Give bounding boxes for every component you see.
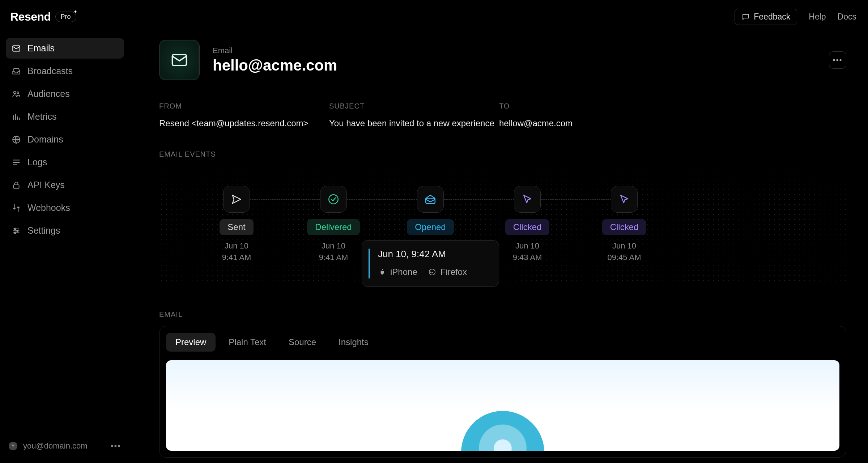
help-link[interactable]: Help	[809, 12, 826, 22]
sidebar-item-label: Logs	[27, 157, 47, 167]
subject-value: You have been invited to a new experienc…	[329, 118, 499, 128]
email-body-frame: PreviewPlain TextSourceInsights	[159, 326, 846, 458]
sidebar-item-label: Audiences	[27, 89, 70, 99]
sidebar-item-label: Broadcasts	[27, 66, 73, 76]
sidebar-item-domains[interactable]: Domains	[6, 129, 124, 150]
cursor-icon	[521, 193, 533, 205]
sidebar-item-webhooks[interactable]: Webhooks	[6, 197, 124, 218]
sidebar-item-broadcasts[interactable]: Broadcasts	[6, 61, 124, 81]
sliders-icon	[12, 226, 21, 235]
check-icon	[327, 193, 340, 205]
avatar[interactable]: Y	[9, 442, 17, 450]
event-time: Jun 1009:45 AM	[608, 240, 641, 263]
apple-icon	[378, 268, 386, 276]
cursor-icon	[618, 193, 630, 205]
email-preview-pane	[166, 360, 839, 451]
popover-time: Jun 10, 9:42 AM	[378, 249, 489, 260]
event-node	[611, 186, 638, 213]
sidebar-item-label: API Keys	[27, 180, 65, 190]
email-title: hello@acme.com	[213, 57, 337, 74]
email-hero-icon	[159, 40, 200, 80]
event-popover: Jun 10, 9:42 AM iPhone Firefox	[362, 240, 499, 287]
email-more-button[interactable]: •••	[829, 51, 846, 69]
lines-icon	[12, 158, 21, 167]
email-eyebrow: Email	[213, 46, 337, 55]
sidebar: Resend Pro EmailsBroadcastsAudiencesMetr…	[0, 0, 130, 463]
open-icon	[424, 193, 437, 205]
event-node	[417, 186, 444, 213]
bars-icon	[12, 112, 21, 122]
sidebar-item-label: Webhooks	[27, 203, 70, 213]
inbox-icon	[12, 67, 21, 76]
chat-icon	[741, 13, 750, 21]
popover-device: iPhone	[378, 267, 417, 277]
user-menu-button[interactable]: •••	[111, 441, 121, 451]
from-label: FROM	[159, 102, 329, 110]
event-node	[514, 186, 541, 213]
users-icon	[12, 89, 21, 99]
sidebar-item-metrics[interactable]: Metrics	[6, 106, 124, 127]
tab-insights[interactable]: Insights	[329, 333, 378, 352]
to-value: hellow@acme.com	[499, 118, 608, 128]
sidebar-item-emails[interactable]: Emails	[6, 38, 124, 59]
event-status-pill: Opened	[407, 219, 454, 235]
to-label: TO	[499, 102, 608, 110]
brand: Resend Pro	[6, 7, 124, 34]
tab-preview[interactable]: Preview	[166, 333, 216, 352]
globe-icon	[12, 135, 21, 144]
sidebar-item-label: Domains	[27, 134, 63, 145]
from-value: Resend <team@updates.resend.com>	[159, 118, 329, 128]
sidebar-item-label: Settings	[27, 225, 60, 236]
brand-name: Resend	[10, 10, 51, 24]
event-node	[320, 186, 347, 213]
docs-link[interactable]: Docs	[838, 12, 856, 22]
current-user-email: you@domain.com	[23, 441, 105, 451]
firefox-icon	[428, 268, 436, 276]
tab-plain-text[interactable]: Plain Text	[219, 333, 276, 352]
send-icon	[230, 193, 243, 205]
preview-graphic	[461, 411, 544, 451]
main: Feedback Help Docs Email hello@acme.com …	[130, 0, 868, 463]
sidebar-footer: Y you@domain.com •••	[6, 441, 124, 456]
event-status-pill: Clicked	[602, 219, 647, 235]
feedback-label: Feedback	[754, 12, 790, 22]
sidebar-item-audiences[interactable]: Audiences	[6, 84, 124, 104]
tab-source[interactable]: Source	[279, 333, 326, 352]
event-status-pill: Clicked	[505, 219, 550, 235]
feedback-button[interactable]: Feedback	[735, 9, 797, 25]
event-opened[interactable]: Opened Jun 10, 9:42 AM iPhone Firefox	[382, 186, 479, 235]
event-time: Jun 109:41 AM	[319, 240, 348, 263]
lock-icon	[12, 180, 21, 190]
plan-badge: Pro	[55, 12, 76, 22]
mail-icon	[170, 51, 189, 69]
sidebar-item-label: Emails	[27, 43, 55, 54]
arrows-icon	[12, 203, 21, 213]
sidebar-item-settings[interactable]: Settings	[6, 220, 124, 241]
events-timeline: SentJun 109:41 AM DeliveredJun 109:41 AM…	[159, 171, 846, 281]
sidebar-item-api-keys[interactable]: API Keys	[6, 175, 124, 195]
event-node	[223, 186, 250, 213]
event-time: Jun 109:41 AM	[222, 240, 251, 263]
event-time: Jun 109:43 AM	[513, 240, 542, 263]
email-meta: FROM Resend <team@updates.resend.com> SU…	[159, 102, 846, 128]
event-clicked[interactable]: ClickedJun 1009:45 AM	[576, 186, 673, 263]
event-clicked[interactable]: ClickedJun 109:43 AM	[479, 186, 576, 263]
sidebar-item-label: Metrics	[27, 111, 57, 122]
subject-label: SUBJECT	[329, 102, 499, 110]
sidebar-item-logs[interactable]: Logs	[6, 152, 124, 173]
event-status-pill: Delivered	[307, 219, 359, 235]
email-body-section-label: EMAIL	[159, 310, 846, 319]
top-bar: Feedback Help Docs	[735, 9, 856, 25]
mail-icon	[12, 44, 21, 53]
sidebar-nav: EmailsBroadcastsAudiencesMetricsDomainsL…	[6, 38, 124, 241]
popover-browser: Firefox	[428, 267, 467, 277]
event-status-pill: Sent	[220, 219, 253, 235]
email-body-tabs: PreviewPlain TextSourceInsights	[166, 333, 839, 352]
event-sent[interactable]: SentJun 109:41 AM	[188, 186, 285, 263]
events-section-label: EMAIL EVENTS	[159, 150, 846, 158]
